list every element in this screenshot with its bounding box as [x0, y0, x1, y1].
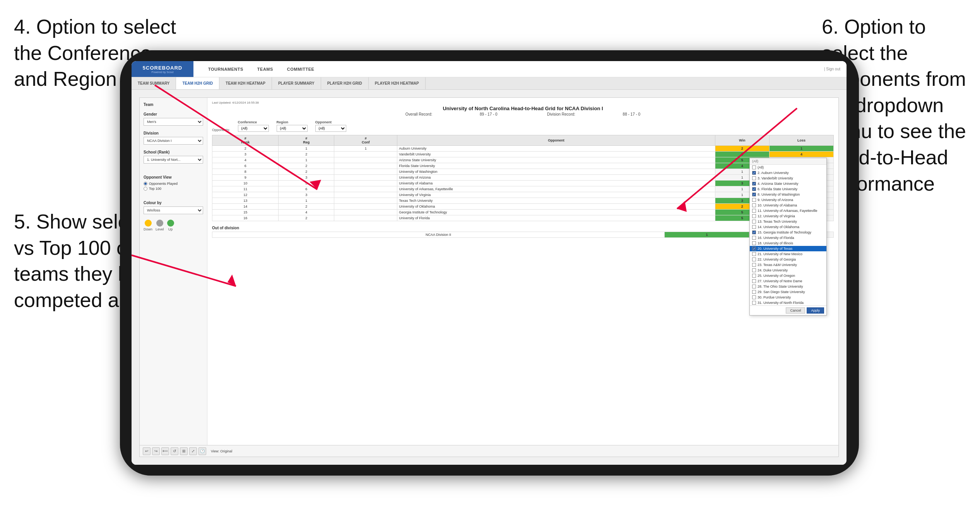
refresh-btn[interactable]: ↺ [171, 447, 178, 455]
tab-player-h2h-grid[interactable]: PLAYER H2H GRID [321, 77, 369, 89]
dropdown-item-label: 18. University of Illinois [758, 241, 793, 245]
school-select[interactable]: 1. University of Nort... [144, 156, 203, 164]
table-row: 15 4 Georgia Institute of Technology 5 1 [212, 210, 834, 215]
tab-player-summary[interactable]: PLAYER SUMMARY [272, 77, 321, 89]
cell-conf [334, 198, 397, 204]
dropdown-item[interactable]: 11. University of Arkansas, Fayetteville [750, 208, 826, 213]
dropdown-item-label: (All) [758, 165, 764, 169]
legend-down-circle [145, 220, 152, 227]
clock-btn[interactable]: 🕐 [198, 447, 206, 455]
dropdown-item-label: 14. University of Oklahoma [758, 225, 799, 229]
tab-team-h2h-grid[interactable]: TEAM H2H GRID [176, 77, 219, 89]
dropdown-item[interactable]: 14. University of Oklahoma [750, 224, 826, 230]
dropdown-item[interactable]: ✓4. Arizona State University [750, 181, 826, 186]
cell-name: University of Arizona [397, 175, 715, 181]
filters-row: Opponents: Conference (All) Region [212, 120, 834, 132]
radio-group: Opponents Played Top 100 [144, 182, 203, 191]
nav-teams[interactable]: TEAMS [250, 61, 280, 77]
tab-team-h2h-heatmap[interactable]: TEAM H2H HEATMAP [219, 77, 272, 89]
dropdown-item[interactable]: 16. University of Florida [750, 235, 826, 240]
apply-button[interactable]: Apply [807, 307, 824, 314]
cell-reg: 2 [279, 204, 334, 210]
colour-by-select[interactable]: Win/loss [144, 206, 203, 214]
cell-loss: 4 [770, 152, 834, 157]
cell-rank: 2 [212, 146, 279, 152]
opponent-view-label: Opponent View [144, 175, 203, 179]
cancel-button[interactable]: Cancel [786, 307, 805, 314]
table-row: 9 3 University of Arizona 1 0 [212, 175, 834, 181]
tab-player-h2h-heatmap[interactable]: PLAYER H2H HEATMAP [369, 77, 426, 89]
dropdown-item[interactable]: 10. University of Alabama [750, 203, 826, 208]
dropdown-item[interactable]: 18. University of Illinois [750, 240, 826, 246]
redo-btn[interactable]: ↪ [152, 447, 160, 455]
dropdown-checkbox: ✓ [752, 230, 756, 234]
legend-level: Level [156, 220, 164, 231]
dropdown-item[interactable]: 3. Vanderbilt University [750, 176, 826, 181]
conference-filter-select[interactable]: (All) [238, 125, 269, 132]
timestamp: Last Updated: 4/12/2024 16:55:38 [212, 101, 259, 104]
legend-level-label: Level [156, 227, 164, 231]
dropdown-item[interactable]: 13. Texas Tech University [750, 219, 826, 224]
opponent-filter-label: Opponent [315, 120, 346, 124]
dropdown-checkbox: ✓ [752, 193, 756, 196]
zoom-fit-btn[interactable]: ⊞ [180, 447, 188, 455]
dropdown-item[interactable]: 24. Duke University [750, 268, 826, 273]
dropdown-item[interactable]: 31. University of North Florida [750, 300, 826, 305]
cell-conf [334, 210, 397, 215]
dropdown-item[interactable]: 21. University of New Mexico [750, 251, 826, 257]
cell-rank: 6 [212, 163, 279, 169]
undo-btn[interactable]: ↩ [143, 447, 151, 455]
out-div-label: Out of division [212, 226, 834, 230]
dropdown-item[interactable]: 23. Texas A&M University [750, 262, 826, 268]
tab-team-summary[interactable]: TEAM SUMMARY [132, 77, 176, 89]
table-row: 13 1 Texas Tech University 3 0 [212, 198, 834, 204]
dropdown-item[interactable]: (All) [750, 165, 826, 170]
radio-top100[interactable]: Top 100 [144, 187, 203, 191]
dropdown-item[interactable]: 22. University of Georgia [750, 257, 826, 262]
dropdown-item-label: 13. Texas Tech University [758, 220, 797, 223]
share-btn[interactable]: ⤢ [189, 447, 197, 455]
dropdown-item[interactable]: 30. Purdue University [750, 295, 826, 300]
cell-conf [334, 204, 397, 210]
radio-opponents-played[interactable]: Opponents Played [144, 182, 203, 186]
th-loss: Loss [770, 135, 834, 146]
back-btn[interactable]: ⟵ [161, 447, 169, 455]
dropdown-item[interactable]: 25. University of Oregon [750, 273, 826, 278]
legend-level-circle [156, 220, 163, 227]
cell-rank: 12 [212, 192, 279, 198]
table-body: 2 1 1 Auburn University 2 1 3 2 Vanderbi… [212, 146, 834, 221]
colour-by-label: Colour by [144, 201, 203, 205]
dropdown-checkbox [752, 236, 756, 240]
dropdown-checkbox [752, 252, 756, 256]
nav-committee[interactable]: COMMITTEE [280, 61, 322, 77]
dropdown-item[interactable]: 12. University of Virginia [750, 213, 826, 219]
opponent-filter-select[interactable]: (All) [315, 125, 346, 132]
dropdown-item[interactable]: 27. University of Notre Dame [750, 278, 826, 284]
viz-records: Overall Record: 89 - 17 - 0 Division Rec… [212, 112, 834, 116]
logo-text: 5COREBOARD [143, 65, 182, 71]
cell-reg: 2 [279, 163, 334, 169]
dropdown-item[interactable]: ✓20. University of Texas [750, 246, 826, 251]
dropdown-search-input[interactable] [750, 158, 826, 165]
dropdown-item[interactable]: ✓2. Auburn University [750, 170, 826, 176]
annotation-line3: and Region [14, 68, 117, 90]
dropdown-item[interactable]: ✓6. Florida State University [750, 186, 826, 192]
cell-reg: 3 [279, 192, 334, 198]
nav-tournaments[interactable]: TOURNAMENTS [201, 61, 250, 77]
division-select[interactable]: NCAA Division I [144, 137, 203, 145]
opponent-dropdown[interactable]: (All)✓2. Auburn University3. Vanderbilt … [749, 158, 827, 316]
dropdown-item[interactable]: 28. The Ohio State University [750, 284, 826, 289]
dropdown-item[interactable]: ✓15. Georgia Institute of Technology [750, 230, 826, 235]
region-filter-select[interactable]: (All) [277, 125, 308, 132]
nav-sign-out[interactable]: | Sign out [824, 67, 847, 71]
left-panel: Team Gender Men's Division NCAA Division… [140, 98, 207, 445]
tablet-device: 5COREBOARD Powered by Scout TOURNAMENTS … [120, 50, 859, 476]
th-reg: #Reg [279, 135, 334, 146]
cell-rank: 14 [212, 204, 279, 210]
dropdown-item[interactable]: ✓8. University of Washington [750, 192, 826, 197]
cell-rank: 8 [212, 169, 279, 175]
gender-select[interactable]: Men's [144, 118, 203, 126]
division-record-label: Division Record: [547, 112, 575, 116]
dropdown-item[interactable]: 9. University of Arizona [750, 197, 826, 203]
dropdown-item[interactable]: 29. San Diego State University [750, 289, 826, 295]
